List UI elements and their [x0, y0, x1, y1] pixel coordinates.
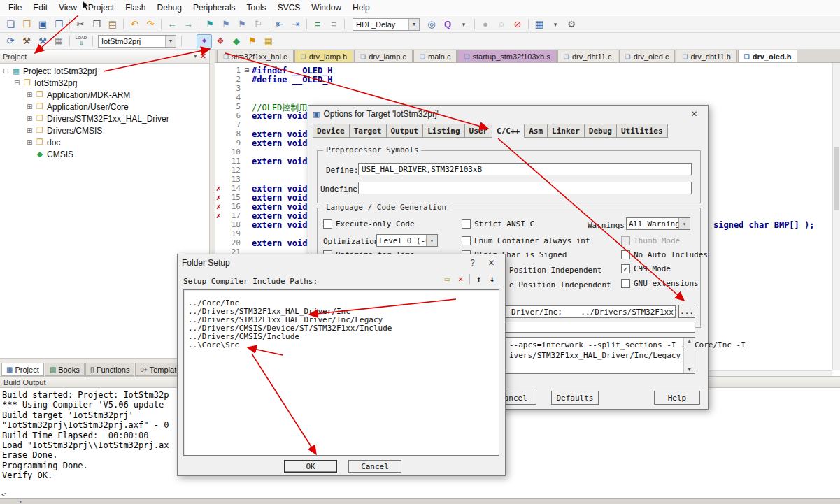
- panel-menu-icon[interactable]: ▾: [194, 52, 197, 61]
- options-for-target-icon[interactable]: ✦: [197, 34, 212, 48]
- undefine-field[interactable]: [358, 182, 692, 194]
- project-panel-header[interactable]: Project ▾ ✕: [0, 50, 209, 64]
- open-folder-icon[interactable]: ❒: [19, 17, 34, 31]
- tab-main-c[interactable]: ❏ main.c: [413, 50, 457, 62]
- flag-icon[interactable]: ⚑: [245, 34, 260, 48]
- opt-tab-target[interactable]: Target: [350, 124, 387, 138]
- help-icon[interactable]: ?: [463, 257, 482, 270]
- editor-vertical-scrollbar[interactable]: [832, 63, 840, 370]
- fold-minus-icon[interactable]: ⊟: [244, 66, 250, 73]
- cancel-button[interactable]: Cancel: [348, 460, 401, 473]
- rebuild-icon[interactable]: ⚒: [35, 34, 50, 48]
- menu-flash[interactable]: Flash: [120, 1, 151, 14]
- menu-svcs[interactable]: SVCS: [272, 1, 306, 14]
- opt-tab-device[interactable]: Device: [313, 124, 350, 138]
- tree-expander-icon[interactable]: ⊞: [27, 115, 34, 122]
- panel-tab-project[interactable]: ▦ Project: [1, 363, 44, 376]
- tab-drv-lamp-c[interactable]: ❏ drv_lamp.c: [354, 50, 413, 62]
- checkbox-gnu-extensions[interactable]: GNU extensions: [621, 279, 699, 288]
- code-line[interactable]: 4: [215, 93, 832, 102]
- batch-build-icon[interactable]: ▦: [51, 34, 66, 48]
- code-line[interactable]: 2 #define __OLED_H: [215, 75, 832, 84]
- move-up-icon[interactable]: ↑: [473, 273, 485, 285]
- opt-tab-utilities[interactable]: Utilities: [617, 124, 668, 138]
- ok-button[interactable]: OK: [284, 460, 337, 473]
- save-icon[interactable]: ▣: [35, 17, 50, 31]
- chevron-down-icon[interactable]: ▾: [426, 235, 437, 246]
- search-combobox[interactable]: HDL_Delay ▾: [353, 18, 420, 31]
- tab-drv-dht11-c[interactable]: ❏ drv_dht11.c: [557, 50, 618, 62]
- pack-installer-icon[interactable]: ▦: [261, 34, 276, 48]
- menu-tools[interactable]: Tools: [241, 1, 272, 14]
- configure-wrench-icon[interactable]: ⚙: [564, 17, 579, 31]
- file-extensions-icon[interactable]: ❖: [213, 34, 228, 48]
- optimization-select[interactable]: Level 0 (-O0)▾: [376, 234, 438, 247]
- control-string-scrollbar[interactable]: ▲ ▼: [683, 338, 695, 373]
- checkbox-box[interactable]: [462, 219, 471, 229]
- defaults-button[interactable]: Defaults: [551, 391, 599, 405]
- tab-startup-stm32f103xb-s[interactable]: ❏ startup_stm32f103xb.s: [457, 50, 556, 62]
- checkbox-box[interactable]: [621, 279, 630, 288]
- menu-file[interactable]: File: [3, 1, 27, 14]
- checkbox-checked-box[interactable]: ✓: [621, 264, 630, 273]
- tree-group-drivers-cmsis[interactable]: ⊞ ❒ Drivers/CMSIS: [0, 124, 209, 136]
- unindent-icon[interactable]: ⇤: [272, 17, 287, 31]
- redo-icon[interactable]: ↷: [143, 17, 158, 31]
- opt-tab-linker[interactable]: Linker: [548, 124, 585, 138]
- warnings-select[interactable]: All Warnings▾: [626, 217, 690, 230]
- panel-close-icon[interactable]: ✕: [200, 52, 206, 61]
- translate-icon[interactable]: ⟳: [3, 34, 18, 48]
- manage-rte-icon[interactable]: ◆: [229, 34, 244, 48]
- undo-icon[interactable]: ↶: [127, 17, 142, 31]
- tree-expander-icon[interactable]: ⊞: [27, 103, 34, 110]
- tree-expander-icon[interactable]: ⊞: [27, 91, 34, 99]
- tab-stm32f1xx-hal-c[interactable]: ❏ stm32f1xx_hal.c: [217, 50, 294, 62]
- code-line[interactable]: 3: [215, 84, 832, 93]
- dialog-title-bar[interactable]: ▣ Options for Target 'IotStm32prj' ✕: [308, 106, 708, 122]
- include-path-item[interactable]: ..\Core\Src: [184, 341, 499, 350]
- opt-tab-asm[interactable]: Asm: [525, 124, 548, 138]
- opt-tab-c-cpp[interactable]: C/C++: [492, 124, 525, 138]
- chevron-down-icon[interactable]: ▾: [678, 218, 690, 229]
- tree-expander-icon[interactable]: ⊞: [27, 138, 34, 146]
- tab-drv-lamp-h[interactable]: ❏ drv_lamp.h: [294, 50, 354, 62]
- tree-expander-icon[interactable]: ⊟: [3, 67, 10, 75]
- indent-icon[interactable]: ⇥: [288, 17, 304, 31]
- nav-back-icon[interactable]: ←: [164, 17, 180, 31]
- copy-icon[interactable]: ❐: [89, 17, 104, 31]
- define-field[interactable]: USE_HAL_DRIVER,STM32F103xB: [358, 163, 692, 175]
- debug-windows-dropdown-icon[interactable]: ▾: [548, 17, 563, 31]
- tab-drv-oled-c[interactable]: ❏ drv_oled.c: [619, 50, 676, 62]
- close-icon[interactable]: ✕: [482, 257, 501, 270]
- tree-expander-icon[interactable]: ⊞: [27, 127, 34, 134]
- comment-icon[interactable]: ≡: [310, 17, 325, 31]
- code-line[interactable]: 1 ⊟ #ifndef __OLED_H: [215, 66, 832, 75]
- cut-icon[interactable]: ✂: [73, 17, 88, 31]
- search-dropdown-icon[interactable]: ▾: [456, 17, 471, 31]
- tree-target-iotstm32prj[interactable]: ⊟ ❒ IotStm32prj: [0, 77, 209, 89]
- breakpoint-disable-icon[interactable]: ⊘: [510, 17, 525, 31]
- chevron-down-icon[interactable]: ▾: [408, 19, 419, 30]
- breakpoint-icon[interactable]: ●: [478, 17, 493, 31]
- dialog-title-bar[interactable]: Folder Setup ? ✕: [178, 254, 505, 271]
- download-flash-icon[interactable]: LOAD ⇓: [72, 34, 90, 48]
- bookmark-next-icon[interactable]: ⚑: [234, 17, 250, 31]
- move-down-icon[interactable]: ↓: [486, 273, 498, 285]
- tree-group-application-mdk-arm[interactable]: ⊞ ❒ Application/MDK-ARM: [0, 89, 209, 101]
- checkbox-strict-ansi-c[interactable]: Strict ANSI C: [462, 219, 534, 229]
- new-path-icon[interactable]: ▭: [441, 273, 453, 285]
- bookmark-prev-icon[interactable]: ⚑: [218, 17, 234, 31]
- checkbox-enum-container-int[interactable]: Enum Container always int: [462, 236, 590, 245]
- menu-view[interactable]: View: [53, 1, 83, 14]
- delete-path-icon[interactable]: ✕: [455, 273, 467, 285]
- opt-tab-debug[interactable]: Debug: [585, 124, 617, 138]
- checkbox-box[interactable]: [323, 219, 332, 229]
- checkbox-box[interactable]: [621, 250, 630, 259]
- close-icon[interactable]: ✕: [685, 108, 704, 121]
- bookmark-clear-icon[interactable]: ⚐: [250, 17, 266, 31]
- checkbox-c99-mode[interactable]: ✓C99 Mode: [621, 264, 671, 273]
- scroll-up-icon[interactable]: ▲: [684, 338, 695, 344]
- opt-tab-output[interactable]: Output: [387, 124, 424, 138]
- panel-tab-functions[interactable]: {} Functions: [85, 363, 135, 376]
- opt-tab-user[interactable]: User: [465, 124, 493, 138]
